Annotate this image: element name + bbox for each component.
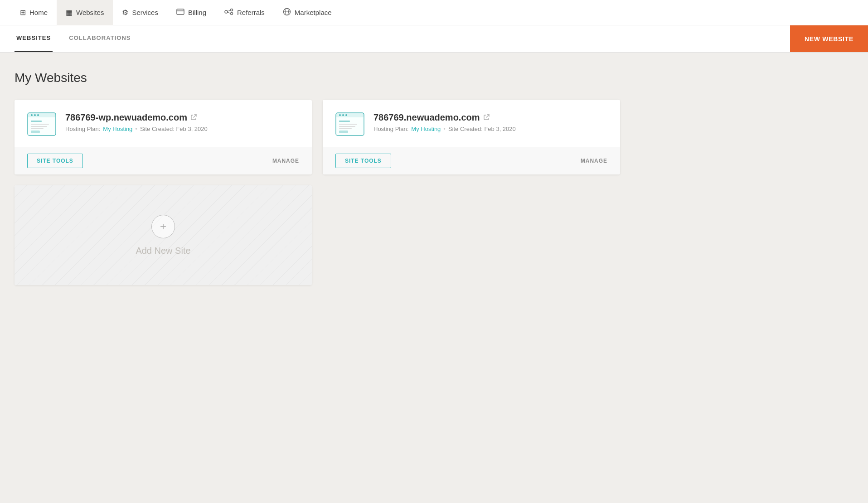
site-info-1: 786769-wp.newuademo.com Hosting Plan: My…: [65, 112, 299, 132]
main-content: My Websites 786769: [0, 53, 635, 303]
svg-rect-19: [31, 131, 40, 133]
page-title: My Websites: [15, 71, 620, 85]
add-new-site-card[interactable]: + Add New Site: [15, 185, 312, 285]
svg-rect-27: [339, 124, 357, 125]
svg-line-6: [228, 12, 231, 14]
sub-nav: WEBSITES COLLABORATIONS NEW WEBSITE: [0, 25, 868, 53]
card-footer-2: SITE TOOLS MANAGE: [323, 147, 620, 174]
services-icon: ⚙: [122, 8, 128, 17]
svg-point-24: [342, 114, 344, 116]
hosting-plan-link-2[interactable]: My Hosting: [411, 126, 441, 132]
nav-marketplace-label: Marketplace: [295, 9, 332, 16]
svg-rect-18: [31, 128, 44, 129]
nav-referrals[interactable]: Referrals: [215, 0, 274, 25]
nav-referrals-label: Referrals: [237, 9, 265, 16]
marketplace-icon: [283, 8, 291, 18]
new-website-button[interactable]: NEW WEBSITE: [790, 25, 868, 52]
svg-rect-0: [177, 9, 184, 15]
site-meta-2: Hosting Plan: My Hosting • Site Created:…: [373, 126, 607, 132]
svg-rect-17: [31, 126, 47, 127]
svg-rect-29: [339, 128, 352, 129]
svg-point-14: [37, 114, 39, 116]
nav-home[interactable]: ⊞ Home: [11, 0, 57, 25]
websites-grid: 786769-wp.newuademo.com Hosting Plan: My…: [15, 100, 620, 285]
card-body-2: 786769.newuademo.com Hosting Plan: My Ho…: [323, 100, 620, 147]
website-card-2: 786769.newuademo.com Hosting Plan: My Ho…: [323, 100, 620, 174]
add-new-label: Add New Site: [136, 246, 190, 256]
nav-billing-label: Billing: [188, 9, 206, 16]
card-body-1: 786769-wp.newuademo.com Hosting Plan: My…: [15, 100, 312, 147]
nav-marketplace[interactable]: Marketplace: [274, 0, 341, 25]
nav-websites-label: Websites: [76, 9, 104, 16]
add-circle-icon: +: [151, 215, 175, 238]
top-nav: ⊞ Home ▦ Websites ⚙ Services Billing: [0, 0, 868, 25]
referrals-icon: [224, 8, 233, 17]
svg-point-4: [231, 12, 233, 15]
svg-point-13: [34, 114, 36, 116]
website-card-1: 786769-wp.newuademo.com Hosting Plan: My…: [15, 100, 312, 174]
svg-rect-26: [339, 121, 350, 122]
svg-line-20: [194, 115, 196, 117]
nav-websites[interactable]: ▦ Websites: [57, 0, 113, 25]
tab-websites[interactable]: WEBSITES: [15, 25, 53, 52]
site-meta-1: Hosting Plan: My Hosting • Site Created:…: [65, 126, 299, 132]
site-thumbnail-1: [27, 112, 56, 136]
meta-dot-1: •: [135, 126, 137, 132]
svg-rect-16: [31, 124, 49, 125]
svg-point-25: [345, 114, 347, 116]
card-footer-1: SITE TOOLS MANAGE: [15, 147, 312, 174]
svg-line-31: [486, 115, 489, 117]
nav-home-label: Home: [29, 9, 48, 16]
site-thumbnail-2: [335, 112, 364, 136]
manage-button-2[interactable]: MANAGE: [581, 158, 607, 164]
svg-rect-30: [339, 131, 348, 133]
svg-line-5: [228, 10, 231, 11]
svg-point-23: [339, 114, 341, 116]
websites-icon: ▦: [66, 8, 73, 17]
add-new-content: + Add New Site: [136, 215, 190, 256]
hosting-plan-link-1[interactable]: My Hosting: [103, 126, 132, 132]
svg-point-3: [231, 9, 233, 11]
site-tools-button-1[interactable]: SITE TOOLS: [27, 154, 83, 168]
site-info-2: 786769.newuademo.com Hosting Plan: My Ho…: [373, 112, 607, 132]
external-link-icon-2[interactable]: [484, 114, 490, 121]
site-name-1: 786769-wp.newuademo.com: [65, 112, 299, 123]
site-name-2: 786769.newuademo.com: [373, 112, 607, 123]
tab-collaborations[interactable]: COLLABORATIONS: [67, 25, 132, 52]
manage-button-1[interactable]: MANAGE: [272, 158, 299, 164]
svg-rect-28: [339, 126, 355, 127]
nav-billing[interactable]: Billing: [167, 0, 215, 25]
svg-rect-15: [31, 121, 42, 122]
svg-point-2: [225, 10, 228, 13]
meta-dot-2: •: [443, 126, 446, 132]
site-tools-button-2[interactable]: SITE TOOLS: [335, 154, 391, 168]
home-icon: ⊞: [20, 8, 26, 17]
external-link-icon-1[interactable]: [191, 114, 197, 121]
nav-services-label: Services: [132, 9, 158, 16]
nav-services[interactable]: ⚙ Services: [113, 0, 167, 25]
billing-icon: [176, 9, 184, 17]
svg-point-12: [31, 114, 33, 116]
